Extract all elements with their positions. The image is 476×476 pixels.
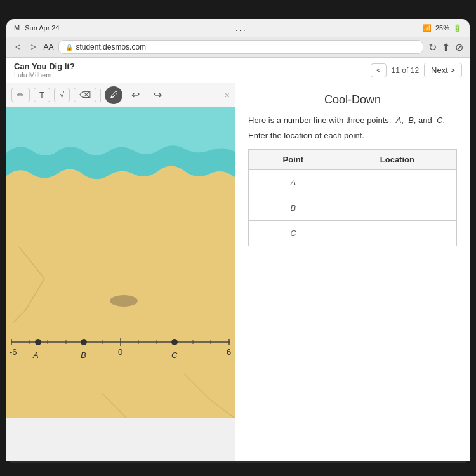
col-point-header: Point: [249, 149, 338, 169]
browser-chrome: < > AA 🔒 student.desmos.com ↻ ⬆ ⊘: [6, 37, 470, 58]
svg-point-24: [81, 339, 87, 345]
svg-text:0: 0: [118, 347, 122, 357]
svg-point-25: [171, 339, 178, 345]
next-label: Next >: [431, 65, 455, 75]
svg-text:-6: -6: [10, 347, 17, 357]
table-row-a: A: [249, 169, 457, 195]
close-tool[interactable]: ×: [225, 90, 230, 100]
active-pen-tool[interactable]: 🖊: [105, 86, 122, 104]
enter-location-text: Enter the location of each point.: [248, 131, 457, 140]
undo-tool[interactable]: ↩: [126, 87, 145, 103]
status-bar: M Sun Apr 24 ... 📶 25% 🔋: [6, 19, 470, 37]
left-panel: ✏ T √ ⌫ 🖊 ↩ ↪ ×: [6, 83, 235, 461]
ipad-frame: M Sun Apr 24 ... 📶 25% 🔋 < > AA 🔒 studen…: [6, 19, 470, 463]
toolbar: ✏ T √ ⌫ 🖊 ↩ ↪ ×: [6, 83, 235, 107]
main-content: ✏ T √ ⌫ 🖊 ↩ ↪ ×: [6, 83, 470, 461]
activity-author: Lulu Milhem: [14, 71, 75, 79]
datetime: Sun Apr 24: [25, 24, 59, 32]
url-text: student.desmos.com: [76, 43, 146, 51]
aa-button[interactable]: AA: [43, 43, 53, 51]
pencil-tool[interactable]: ✏: [11, 88, 30, 102]
col-location-header: Location: [338, 149, 456, 169]
svg-text:A: A: [32, 350, 39, 360]
point-a-label: A: [249, 169, 338, 195]
right-panel: Cool-Down Here is a number line with thr…: [235, 83, 470, 461]
instructions-text: Here is a number line with three points:…: [248, 114, 457, 127]
screen: M Sun Apr 24 ... 📶 25% 🔋 < > AA 🔒 studen…: [0, 0, 476, 476]
next-page-button[interactable]: Next >: [424, 63, 462, 77]
section-title: Cool-Down: [248, 93, 457, 107]
back-button[interactable]: <: [13, 41, 23, 53]
share-button[interactable]: ⬆: [442, 41, 450, 53]
point-c-label: C: [249, 220, 338, 246]
prev-page-button[interactable]: <: [371, 63, 387, 77]
activity-title-block: Can You Dig It? Lulu Milhem: [14, 62, 75, 79]
battery-icon: 🔋: [453, 24, 462, 32]
lock-icon: 🔒: [65, 44, 73, 51]
reload-button[interactable]: ↻: [428, 41, 437, 53]
point-b-label: B: [249, 195, 338, 220]
tabs-button[interactable]: ⊘: [455, 41, 463, 53]
svg-text:C: C: [171, 350, 178, 360]
ellipsis: ...: [235, 23, 247, 33]
nav-controls: < 11 of 12 Next >: [371, 63, 462, 77]
point-a-input[interactable]: [338, 169, 456, 195]
activity-header: Can You Dig It? Lulu Milhem < 11 of 12 N…: [6, 58, 470, 83]
page-indicator: 11 of 12: [392, 66, 419, 75]
canvas-area[interactable]: -6 0 6 A B C: [6, 107, 235, 461]
wifi-icon: 📶: [423, 24, 432, 32]
tool-separator: [100, 89, 101, 102]
svg-point-8: [110, 295, 138, 307]
table-row-c: C: [249, 220, 457, 246]
browser-actions: ↻ ⬆ ⊘: [428, 41, 463, 53]
point-b-input[interactable]: [338, 195, 456, 220]
eraser-tool[interactable]: ⌫: [74, 88, 96, 102]
svg-point-23: [35, 339, 41, 345]
table-row-b: B: [249, 195, 457, 220]
redo-tool[interactable]: ↪: [149, 87, 167, 103]
scene-svg: -6 0 6 A B C: [6, 107, 235, 418]
point-c-input[interactable]: [338, 220, 456, 246]
activity-title: Can You Dig It?: [14, 62, 75, 71]
carrier: M: [14, 24, 20, 32]
points-table: Point Location A B: [248, 149, 457, 246]
svg-text:6: 6: [227, 347, 231, 357]
forward-button[interactable]: >: [28, 41, 38, 53]
url-bar[interactable]: 🔒 student.desmos.com: [58, 40, 423, 54]
svg-text:B: B: [81, 350, 86, 360]
sqrt-tool[interactable]: √: [54, 88, 70, 102]
battery-percent: 25%: [435, 24, 449, 32]
text-tool[interactable]: T: [34, 88, 50, 102]
